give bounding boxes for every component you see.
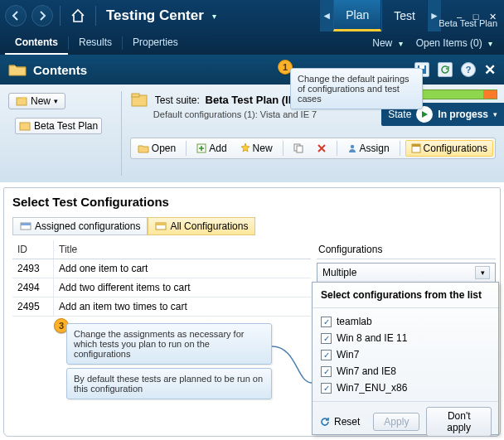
dont-apply-button[interactable]: Don't apply [426, 407, 492, 437]
col-title-header[interactable]: Title [54, 240, 311, 259]
tab-test[interactable]: Test [381, 0, 428, 31]
grid-header: ID Title [12, 240, 311, 259]
subtab-contents[interactable]: Contents [5, 31, 68, 55]
config-icon [411, 143, 421, 153]
divider [400, 141, 400, 156]
config-value-text: Multiple [322, 267, 356, 278]
callout-3a: Change the assignments as necessary for … [66, 323, 272, 365]
cell-title: Add an item two times to cart [54, 297, 311, 316]
plan-name-label[interactable]: Beta Test Plan [439, 18, 497, 28]
config-option-label: Win7 and IE8 [337, 365, 396, 377]
menu-open-items-label: Open Items (0) [416, 37, 482, 49]
checkbox-icon: ✓ [321, 317, 332, 327]
menu-open-items[interactable]: Open Items (0) ▾ [416, 37, 492, 49]
subtab-properties-label: Properties [133, 36, 178, 48]
app-title: Testing Center [106, 7, 204, 24]
divider [60, 6, 61, 26]
svg-rect-11 [412, 144, 420, 147]
suite-toolbar: Open Add New Assign Configurations [130, 138, 496, 159]
svg-rect-5 [132, 94, 139, 97]
reset-button[interactable]: Reset [319, 416, 360, 428]
tab-plan-label: Plan [346, 8, 369, 22]
apply-button[interactable]: Apply [373, 413, 419, 431]
reset-icon [319, 416, 331, 428]
tree-root-item[interactable]: Beta Test Plan [15, 118, 102, 134]
chevron-down-icon: ▾ [475, 266, 490, 279]
panel-close-button[interactable]: ✕ [484, 61, 496, 79]
config-option[interactable]: ✓Win7 [321, 346, 490, 363]
config-label: Configurations [424, 143, 487, 154]
back-button[interactable] [5, 5, 27, 27]
progress-bar [418, 89, 497, 99]
top-tab-group: ◄ Plan Test ► [320, 0, 441, 31]
tab-scroll-left[interactable]: ◄ [320, 0, 333, 31]
grid-body: 2493Add one item to cart2494Add two diff… [12, 259, 311, 317]
open-icon [138, 143, 149, 153]
chevron-down-icon: ▾ [399, 39, 403, 48]
callout-3b: By default these tests are planned to be… [66, 368, 272, 399]
delete-button[interactable] [312, 142, 332, 155]
new-button[interactable]: New [235, 141, 278, 156]
checkbox-icon: ✓ [321, 333, 332, 344]
checkbox-icon: ✓ [321, 383, 332, 394]
configurations-button[interactable]: Configurations [405, 140, 493, 157]
table-row[interactable]: 2495Add an item two times to cart [12, 297, 311, 317]
col-id-header[interactable]: ID [12, 240, 54, 259]
assign-icon [347, 143, 357, 153]
contents-header: Contents ? ✕ [0, 55, 504, 85]
table-row[interactable]: 2493Add one item to cart [12, 259, 311, 278]
assigned-icon [20, 221, 32, 231]
config-col-header[interactable]: Configurations [317, 240, 496, 259]
subtab-properties[interactable]: Properties [123, 31, 188, 55]
divider [186, 141, 187, 156]
subtab-results[interactable]: Results [69, 31, 122, 55]
checkbox-icon: ✓ [321, 366, 332, 377]
tab-plan[interactable]: Plan [333, 0, 381, 31]
subtab-contents-label: Contents [15, 36, 58, 48]
open-button[interactable]: Open [133, 141, 181, 156]
all-icon [155, 221, 167, 231]
filter-all-label: All Configurations [170, 220, 248, 232]
cell-id: 2495 [12, 297, 54, 316]
title-bar: Testing Center ▾ ◄ Plan Test ► – □ ✕ Bet… [0, 0, 504, 31]
checkbox-icon: ✓ [321, 350, 332, 360]
config-option[interactable]: ✓Win7_ENU_x86 [321, 380, 490, 396]
assign-button[interactable]: Assign [342, 141, 395, 156]
copy-button[interactable] [288, 142, 308, 155]
filter-all[interactable]: All Configurations [148, 217, 255, 235]
new-dropdown[interactable]: New ▾ [8, 93, 65, 109]
table-row[interactable]: 2494Add two different items to cart [12, 278, 311, 297]
filter-assigned[interactable]: Assigned configurations [12, 217, 148, 235]
config-value-dropdown[interactable]: Multiple ▾ [317, 263, 496, 283]
config-option-label: Win7_ENU_x86 [337, 382, 407, 394]
suite-icon [130, 91, 148, 108]
title-dropdown-icon[interactable]: ▾ [212, 12, 216, 21]
config-column: Configurations Multiple ▾ [317, 240, 496, 283]
home-button[interactable] [67, 5, 89, 27]
cell-title: Add one item to cart [54, 259, 311, 278]
test-plan-tree: Beta Test Plan [8, 118, 113, 134]
callout-connector [272, 343, 313, 386]
subtab-results-label: Results [79, 36, 112, 48]
svg-rect-13 [21, 223, 31, 225]
config-option-label: Win 8 and IE 11 [337, 332, 407, 344]
add-button[interactable]: Add [191, 141, 231, 156]
svg-rect-8 [297, 146, 303, 152]
config-option[interactable]: ✓Win 8 and IE 11 [321, 330, 490, 346]
new-star-icon [240, 143, 250, 153]
config-popup-title: Select configurations from the list [313, 283, 498, 308]
help-icon-button[interactable]: ? [461, 62, 476, 77]
panel-title: Select Test Configurations [12, 195, 492, 209]
chevron-down-icon: ▾ [493, 110, 497, 118]
svg-rect-15 [156, 223, 166, 225]
refresh-icon-button[interactable] [438, 62, 453, 77]
open-label: Open [152, 143, 176, 154]
menu-new-label: New [372, 37, 392, 49]
config-filter-bar: Assigned configurations All Configuratio… [12, 217, 492, 235]
config-option[interactable]: ✓teamlab [321, 313, 490, 330]
config-option-label: teamlab [337, 316, 372, 327]
config-option[interactable]: ✓Win7 and IE8 [321, 363, 490, 380]
menu-new[interactable]: New ▾ [372, 37, 402, 49]
divider [337, 141, 337, 156]
forward-button[interactable] [32, 5, 53, 27]
